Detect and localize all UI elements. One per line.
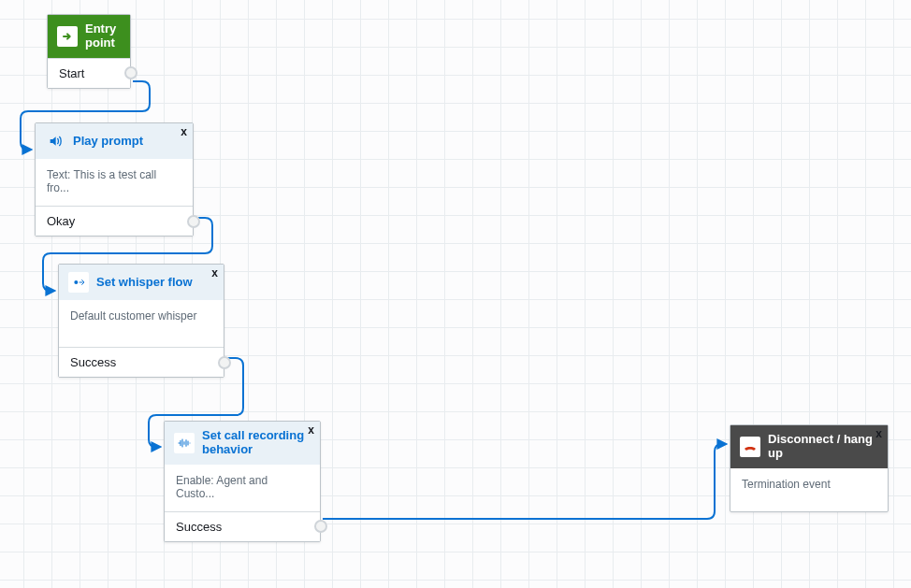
node-entry-point[interactable]: Entry point Start — [47, 14, 131, 89]
outlet-label: Success — [70, 355, 116, 369]
node-disconnect[interactable]: Disconnect / hang up x Termination event — [730, 424, 889, 512]
entry-arrow-icon — [57, 26, 78, 47]
speaker-icon — [45, 131, 65, 151]
waveform-icon — [174, 433, 195, 453]
close-icon[interactable]: x — [308, 423, 314, 437]
outlet-success[interactable]: Success — [59, 347, 224, 377]
connection-port[interactable] — [124, 66, 137, 79]
node-set-whisper-flow[interactable]: Set whisper flow x Default customer whis… — [58, 264, 224, 378]
node-title: Disconnect / hang up — [768, 433, 878, 461]
flow-canvas[interactable]: Entry point Start Play prompt x Text: Th… — [0, 0, 911, 588]
node-body-text: Default customer whisper — [59, 300, 224, 347]
node-body-text: Text: This is a test call fro... — [36, 159, 193, 206]
node-title: Entry point — [85, 22, 121, 50]
outlet-success[interactable]: Success — [165, 511, 320, 541]
connection-port[interactable] — [218, 356, 231, 369]
hang-up-icon — [740, 437, 760, 457]
node-header[interactable]: Set call recording behavior x — [165, 422, 320, 465]
close-icon[interactable]: x — [875, 427, 882, 440]
node-title: Play prompt — [73, 135, 183, 149]
whisper-icon — [68, 272, 89, 293]
node-header[interactable]: Disconnect / hang up x — [730, 425, 888, 468]
svg-point-1 — [74, 280, 78, 284]
node-header[interactable]: Play prompt x — [36, 123, 193, 159]
outlet-label: Okay — [47, 214, 75, 228]
node-title: Set call recording behavior — [202, 429, 311, 457]
node-body-text: Termination event — [730, 468, 888, 511]
close-icon[interactable]: x — [181, 125, 187, 138]
outlet-label: Success — [176, 520, 222, 534]
node-play-prompt[interactable]: Play prompt x Text: This is a test call … — [35, 122, 194, 237]
outlet-start[interactable]: Start — [48, 58, 130, 88]
node-header[interactable]: Set whisper flow x — [59, 265, 224, 300]
node-set-call-recording[interactable]: Set call recording behavior x Enable: Ag… — [164, 421, 321, 542]
connection-port[interactable] — [314, 520, 327, 533]
close-icon[interactable]: x — [211, 266, 218, 280]
outlet-label: Start — [59, 66, 84, 80]
node-title: Set whisper flow — [96, 276, 214, 290]
outlet-okay[interactable]: Okay — [36, 206, 193, 236]
node-body-text: Enable: Agent and Custo... — [165, 465, 320, 511]
node-header[interactable]: Entry point — [48, 15, 130, 58]
connection-port[interactable] — [187, 215, 200, 228]
